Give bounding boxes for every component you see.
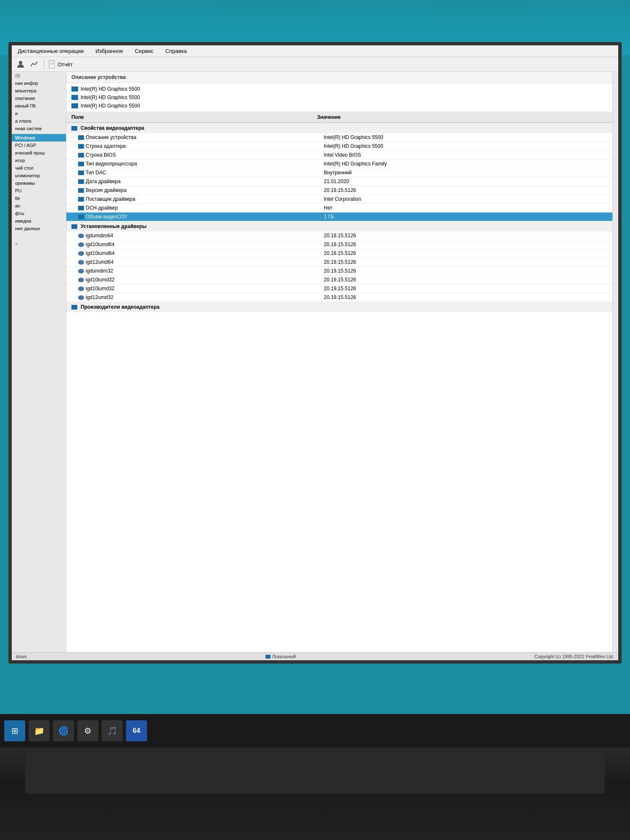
field-value-text: Intel Video BIOS — [324, 152, 361, 158]
properties-table: Поле Значение Свойства видеоадаптера Опи… — [66, 112, 612, 312]
sidebar-item-shifts[interactable]: фты — [12, 210, 66, 217]
field-name-text: Строка адаптера — [86, 143, 126, 149]
field-name-cell: Версия драйвера — [66, 186, 312, 195]
sidebar-item-system[interactable]: нная систем — [12, 125, 66, 132]
taskbar-settings-btn[interactable]: ⚙ — [77, 720, 98, 741]
field-name-text: igd12umd64 — [86, 259, 113, 265]
device-item-0[interactable]: Intel(R) HD Graphics 5500 — [71, 85, 607, 93]
table-row[interactable]: Поставщик драйвера Intel Corporation — [66, 195, 612, 204]
scrollbar[interactable] — [612, 72, 618, 652]
col-header-value: Значение — [312, 112, 612, 123]
sidebar-item-motherboard[interactable]: а плата — [12, 117, 66, 125]
field-value-cell: Intel Video BIOS — [312, 151, 612, 160]
field-name-cell: Дата драйвера — [66, 177, 312, 186]
device-item-1[interactable]: Intel(R) HD Graphics 5500 — [71, 93, 607, 102]
sidebar-item-bios[interactable]: ический прош — [12, 149, 66, 157]
row-icon — [78, 260, 84, 265]
field-value-cell: 20.19.15.5126 — [312, 231, 612, 240]
field-name-text: Тип видеопроцессора — [86, 161, 137, 167]
menu-help[interactable]: Справка — [164, 47, 189, 55]
laptop-screen: Дистанционные операции Избранное Сервис … — [8, 42, 622, 664]
toolbar-user-icon[interactable] — [15, 59, 26, 70]
sidebar-item-data[interactable]: ние данных — [12, 225, 66, 232]
sidebar-item-power[interactable]: опитание — [12, 94, 66, 102]
table-row[interactable]: igd10iumd64 20.19.15.5126 — [66, 240, 612, 249]
taskbar-browser-btn[interactable]: 🌀 — [53, 720, 74, 741]
sidebar-item-computer[interactable]: мпьютера — [12, 87, 66, 94]
device-monitor-icon-2 — [71, 103, 78, 108]
table-row[interactable]: igd10iumd64 20.19.15.5126 — [66, 249, 612, 258]
field-value-text: 20.19.15.5126 — [324, 242, 356, 247]
sidebar-item-cpu[interactable]: PU — [12, 187, 66, 194]
table-row[interactable]: igd12umd64 20.19.15.5126 — [66, 258, 612, 267]
row-icon — [78, 295, 84, 300]
laptop-bottom-border — [8, 701, 622, 714]
sidebar: 00 ная инфор мпьютера опитание ивный ПК … — [12, 72, 66, 652]
device-section-header: Описание устройства — [66, 72, 612, 83]
field-value-cell: 20.19.15.5126 — [312, 186, 612, 195]
sidebar-item-multimon[interactable]: ьтимонитор — [12, 172, 66, 179]
table-row[interactable]: igdumdim32 20.19.15.5126 — [66, 267, 612, 276]
sidebar-item-monitor[interactable]: итор — [12, 157, 66, 164]
menu-favorites[interactable]: Избранное — [94, 47, 125, 55]
table-row[interactable]: Тип DAC Внутренний — [66, 168, 612, 177]
field-value-text: 20.19.15.5126 — [324, 187, 356, 193]
table-row[interactable]: Объем видеоОЗУ 1 ГБ — [66, 213, 612, 221]
field-name-cell: igd10iumd32 — [66, 276, 312, 284]
table-row[interactable]: igd12umd32 20.19.15.5126 — [66, 293, 612, 302]
menu-service[interactable]: Сервис — [133, 47, 155, 55]
taskbar-media-btn[interactable]: 🎵 — [102, 720, 123, 741]
row-icon — [78, 135, 84, 140]
table-row[interactable]: igdumdim64 20.19.15.5126 — [66, 231, 612, 240]
field-name-cell: Описание устройства — [66, 133, 312, 142]
sidebar-item-pci[interactable]: PCI / AGP — [12, 142, 66, 149]
sidebar-item-media[interactable]: имедиа — [12, 217, 66, 225]
field-name-cell: igd12umd32 — [66, 293, 312, 302]
field-name-text: DCH-драйвер — [86, 205, 118, 211]
device-monitor-icon-1 — [71, 95, 78, 100]
sidebar-item-modes[interactable]: орежимы — [12, 179, 66, 187]
sidebar-item-tle[interactable]: tle — [12, 194, 66, 202]
sidebar-item-an[interactable]: an — [12, 202, 66, 210]
main-panel: Описание устройства Intel(R) HD Graphics… — [66, 72, 612, 652]
sidebar-item-info[interactable]: ная инфор — [12, 79, 66, 87]
status-left: dows — [16, 654, 27, 659]
laptop-base — [0, 748, 630, 840]
field-value-cell: 20.19.15.5126 — [312, 276, 612, 284]
field-value-text: 1 ГБ — [324, 214, 334, 220]
status-bar: dows Локальный Copyright (c) 1995-2022 F… — [12, 652, 618, 660]
table-row[interactable]: igd10iumd32 20.19.15.5126 — [66, 284, 612, 293]
field-name-text: Описание устройства — [86, 134, 136, 140]
sidebar-item-desktop[interactable]: чий стол — [12, 164, 66, 172]
device-item-2[interactable]: Intel(R) HD Graphics 5500 — [71, 102, 607, 110]
table-row[interactable]: Описание устройства Intel(R) HD Graphics… — [66, 133, 612, 142]
taskbar-explorer-btn[interactable]: 📁 — [29, 720, 50, 741]
table-row[interactable]: Дата драйвера 21.01.2020 — [66, 177, 612, 186]
taskbar-aida64-btn[interactable]: 64 — [126, 720, 147, 741]
device-label-2: Intel(R) HD Graphics 5500 — [81, 103, 140, 109]
field-name-text: Дата драйвера — [86, 178, 121, 184]
section-name: Свойства видеоадаптера — [81, 125, 144, 131]
section-icon — [71, 126, 77, 131]
toolbar-chart-icon[interactable] — [29, 59, 39, 70]
table-row[interactable]: DCH-драйвер Нет — [66, 204, 612, 213]
sidebar-item-active-pc[interactable]: ивный ПК — [12, 102, 66, 110]
table-row[interactable]: Тип видеопроцессора Intel(R) HD Graphics… — [66, 160, 612, 168]
svg-point-0 — [19, 61, 22, 64]
sidebar-item-i[interactable]: и — [12, 110, 66, 117]
field-value-cell: Нет — [312, 204, 612, 213]
sidebar-item-windows[interactable]: Windows — [12, 134, 66, 142]
laptop-keyboard — [25, 752, 605, 794]
row-icon — [78, 242, 84, 247]
table-row[interactable]: igd10iumd32 20.19.15.5126 — [66, 276, 612, 284]
table-row[interactable]: Версия драйвера 20.19.15.5126 — [66, 186, 612, 195]
aida-window: Дистанционные операции Избранное Сервис … — [12, 45, 618, 660]
field-value-text: Внутренний — [324, 170, 352, 176]
table-row[interactable]: Строка BIOS Intel Video BIOS — [66, 151, 612, 160]
taskbar-start-btn[interactable]: ⊞ — [4, 720, 25, 741]
field-name-cell: Тип видеопроцессора — [66, 160, 312, 168]
table-row[interactable]: Строка адаптера Intel(R) HD Graphics 550… — [66, 142, 612, 151]
status-copyright: Copyright (c) 1995-2022 FinalWire Ltd. — [534, 654, 614, 659]
menu-remote[interactable]: Дистанционные операции — [16, 47, 85, 55]
field-value-cell: 20.19.15.5126 — [312, 293, 612, 302]
